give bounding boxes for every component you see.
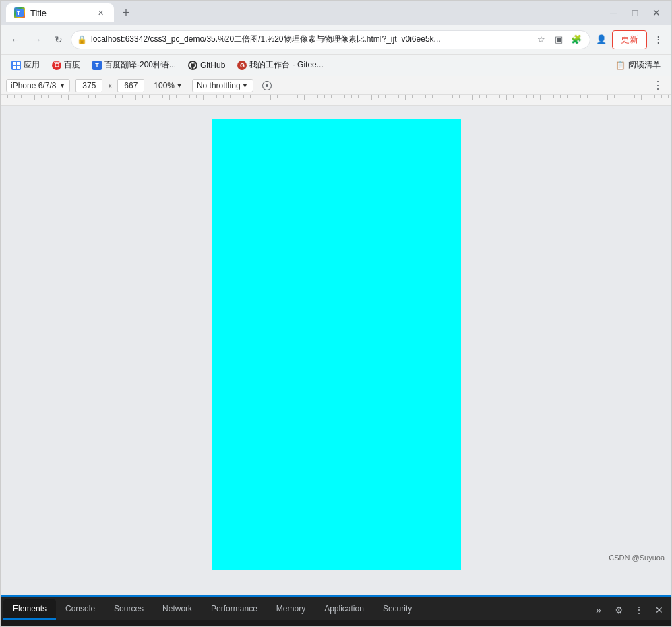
zoom-label: 100% bbox=[154, 81, 175, 90]
throttle-label: No throttling bbox=[197, 81, 241, 90]
bookmark-github[interactable]: GitHub bbox=[183, 58, 231, 73]
extensions-button[interactable]: 🧩 bbox=[568, 32, 584, 48]
back-button[interactable]: ← bbox=[6, 30, 25, 49]
more-options-button[interactable]: ⋮ bbox=[650, 78, 666, 94]
devtools-tab-console[interactable]: Console bbox=[56, 599, 104, 620]
ruler-tick bbox=[28, 95, 28, 98]
ruler-tick bbox=[587, 95, 588, 98]
ruler-tick bbox=[607, 95, 608, 100]
bookmark-baidu-translate[interactable]: T 百度翻译-200种语... bbox=[87, 57, 181, 73]
height-input[interactable] bbox=[117, 79, 144, 92]
update-button[interactable]: 更新 bbox=[612, 30, 647, 49]
forward-button[interactable]: → bbox=[28, 30, 47, 49]
ruler-tick bbox=[547, 95, 547, 98]
ruler-tick bbox=[203, 95, 204, 100]
ruler-tick bbox=[439, 95, 439, 100]
profile-button[interactable]: 👤 bbox=[593, 32, 609, 48]
ruler-tick bbox=[324, 95, 325, 98]
ruler-tick bbox=[55, 95, 55, 98]
ruler-tick bbox=[472, 95, 473, 100]
bookmark-baidu-label: 百度 bbox=[64, 59, 80, 71]
ruler-tick bbox=[291, 95, 291, 98]
devtools-tab-elements[interactable]: Elements bbox=[3, 599, 56, 620]
ruler-tick bbox=[156, 95, 156, 98]
browser-window: T Title ✕ + ─ □ ✕ ← → ↻ 🔒 localhost:6334… bbox=[0, 0, 672, 627]
ruler-tick bbox=[533, 95, 534, 98]
bookmark-apps[interactable]: 应用 bbox=[6, 57, 45, 73]
ruler-tick bbox=[284, 95, 284, 98]
bookmark-gitee[interactable]: G 我的工作台 - Gitee... bbox=[232, 57, 328, 73]
ruler-tick bbox=[526, 95, 527, 98]
ruler-tick bbox=[493, 95, 493, 98]
tab-title: Title bbox=[30, 8, 90, 18]
reload-button[interactable]: ↻ bbox=[49, 30, 68, 49]
ruler-ticks bbox=[1, 95, 671, 105]
devtools-tab-security[interactable]: Security bbox=[373, 599, 421, 620]
svg-rect-3 bbox=[17, 62, 20, 65]
new-tab-button[interactable]: + bbox=[117, 3, 135, 22]
ruler-tick bbox=[230, 95, 231, 98]
simulated-device-screen bbox=[212, 119, 461, 570]
ruler-tick bbox=[634, 95, 635, 98]
active-tab[interactable]: T Title ✕ bbox=[6, 3, 114, 22]
devtools-customize-button[interactable]: ⋮ bbox=[630, 601, 648, 620]
ruler-tick bbox=[392, 95, 392, 98]
zoom-selector[interactable]: 100% ▼ bbox=[150, 80, 187, 92]
ruler-tick bbox=[237, 95, 237, 100]
devtools-tab-actions: » ⚙ ⋮ ✕ bbox=[589, 601, 669, 620]
ruler-tick bbox=[317, 95, 318, 98]
watermark: CSDN @Suyuoa bbox=[609, 554, 665, 562]
reading-list-button[interactable]: 📋 阅读清单 bbox=[610, 57, 666, 73]
ruler-tick bbox=[264, 95, 264, 98]
throttle-selector[interactable]: No throttling ▼ bbox=[192, 79, 253, 92]
ruler-tick bbox=[365, 95, 365, 98]
sensors-button[interactable] bbox=[259, 78, 275, 94]
ruler-tick bbox=[41, 95, 42, 98]
ruler-tick bbox=[432, 95, 433, 98]
minimize-button[interactable]: ─ bbox=[604, 3, 623, 22]
ruler-tick bbox=[270, 95, 271, 100]
throttle-dropdown-icon: ▼ bbox=[242, 82, 249, 89]
close-button[interactable]: ✕ bbox=[647, 3, 666, 22]
ruler-tick bbox=[162, 95, 163, 98]
devtools-tab-performance[interactable]: Performance bbox=[202, 599, 267, 620]
ruler-tick bbox=[338, 95, 338, 100]
maximize-button[interactable]: □ bbox=[625, 3, 644, 22]
ruler-tick bbox=[641, 95, 642, 100]
ruler-tick bbox=[405, 95, 406, 100]
devtools-more-tabs-button[interactable]: » bbox=[589, 601, 608, 620]
devtools-tab-network[interactable]: Network bbox=[153, 599, 202, 620]
tab-favicon: T bbox=[14, 7, 25, 18]
baidu-icon: 百 bbox=[52, 61, 61, 70]
more-menu-button[interactable]: ⋮ bbox=[650, 32, 666, 48]
ruler-tick bbox=[243, 95, 244, 98]
cast-button[interactable]: ▣ bbox=[551, 32, 567, 48]
ruler-tick bbox=[68, 95, 69, 100]
tab-close-button[interactable]: ✕ bbox=[95, 7, 106, 18]
url-text: localhost:63342/css3_pc_demo/35.%20二倍图/1… bbox=[91, 34, 529, 45]
devtools-close-button[interactable]: ✕ bbox=[650, 601, 669, 620]
devtools-settings-button[interactable]: ⚙ bbox=[609, 601, 628, 620]
device-label: iPhone 6/7/8 bbox=[11, 81, 56, 90]
url-bar[interactable]: 🔒 localhost:63342/css3_pc_demo/35.%20二倍图… bbox=[71, 30, 590, 49]
devtools-tab-memory[interactable]: Memory bbox=[267, 599, 315, 620]
ruler-tick bbox=[149, 95, 150, 98]
svg-rect-2 bbox=[13, 62, 16, 65]
window-controls: ─ □ ✕ bbox=[604, 3, 666, 22]
reading-list-label: 阅读清单 bbox=[628, 59, 661, 71]
devtools-tab-application[interactable]: Application bbox=[315, 599, 373, 620]
bookmark-baidu[interactable]: 百 百度 bbox=[47, 57, 86, 73]
url-actions: ☆ ▣ 🧩 bbox=[533, 32, 584, 48]
ruler-tick bbox=[82, 95, 82, 98]
baidu-translate-icon: T bbox=[92, 61, 102, 70]
width-input[interactable] bbox=[75, 79, 102, 92]
bookmark-star-button[interactable]: ☆ bbox=[533, 32, 549, 48]
ruler-tick bbox=[378, 95, 379, 98]
secure-icon: 🔒 bbox=[77, 35, 87, 44]
devtools-tab-sources[interactable]: Sources bbox=[104, 599, 153, 620]
ruler-tick bbox=[499, 95, 500, 98]
ruler-tick bbox=[580, 95, 581, 98]
ruler-tick bbox=[14, 95, 15, 98]
bookmark-github-label: GitHub bbox=[200, 61, 225, 70]
device-selector[interactable]: iPhone 6/7/8 ▼ bbox=[6, 79, 70, 92]
